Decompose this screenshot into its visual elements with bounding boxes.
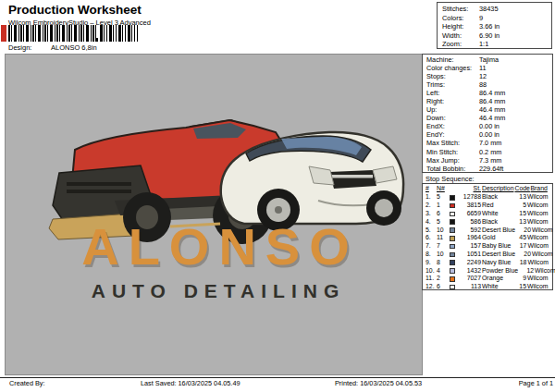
- stitch-count: 157: [459, 242, 481, 251]
- thread-code: 12: [519, 267, 534, 276]
- needle-number: 7: [437, 242, 449, 251]
- table-row: 3. 6 6659 White 15 Wilcom: [426, 210, 551, 218]
- machine-info-label: Min Stitch:: [426, 148, 479, 156]
- thread-description: Desert Blue: [482, 251, 515, 259]
- stop-sequence-table: # N# St. Description Code Brand 1. 5 127…: [422, 183, 553, 290]
- thread-code: 20: [516, 251, 531, 259]
- machine-info-row: EndY: 0.00 in: [426, 130, 552, 139]
- summary-label: Height:: [442, 22, 479, 31]
- stop-sequence-rows: 1. 5 12788 Black 13 Wilcom 2. 1 3815 Red…: [426, 193, 551, 291]
- thread-code: 15: [512, 210, 526, 218]
- col-code: Code: [514, 185, 529, 193]
- barcode-icon: [100, 25, 138, 42]
- summary-row: Width: 6.90 in: [442, 31, 551, 41]
- thread-color-swatch: [450, 212, 455, 217]
- table-row: 4. 5 586 Black 13 Wilcom: [426, 218, 551, 227]
- machine-info-row: Max Jump: 7.3 mm: [426, 156, 552, 165]
- col-num: #: [426, 185, 436, 193]
- thread-code: 5: [512, 202, 526, 210]
- summary-value: 1:1: [479, 40, 488, 49]
- stitch-count: 6659: [459, 210, 481, 218]
- table-row: 5. 10 592 Desert Blue 20 Wilcom: [426, 227, 551, 235]
- summary-row: Zoom: 1:1: [442, 40, 551, 49]
- machine-info-value: 88: [479, 80, 487, 89]
- thread-color-swatch: [450, 244, 455, 250]
- needle-number: 4: [437, 267, 449, 276]
- machine-info-row: Down: 46.4 mm: [426, 114, 552, 122]
- page-number: Page 1 of 1: [426, 379, 553, 387]
- machine-info-row: Right: 86.4 mm: [426, 97, 552, 105]
- table-row: 12. 6 113 White 15 Wilcom: [426, 283, 551, 291]
- stitch-count: 3815: [459, 202, 481, 210]
- thread-brand: Wilcom: [527, 210, 551, 218]
- machine-info-value: 11: [479, 64, 487, 72]
- needle-number: 1: [437, 202, 449, 210]
- thread-description: Powder Blue: [482, 267, 518, 276]
- stitch-count: 12788: [459, 193, 481, 202]
- thread-color-swatch: [450, 195, 455, 201]
- barcode-red-mark: [1, 25, 6, 42]
- machine-info-value: 86.4 mm: [479, 89, 505, 97]
- summary-label: Stitches:: [442, 5, 479, 14]
- thread-description: White: [482, 283, 511, 291]
- row-num: 11.: [426, 275, 436, 283]
- thread-color-swatch: [450, 252, 455, 258]
- machine-info-value: 0.00 in: [479, 122, 500, 130]
- table-row: 7. 7 157 Baby Blue 17 Wilcom: [426, 242, 551, 251]
- machine-info-value: 229.64ft: [479, 165, 503, 173]
- thread-brand: Wilcom: [527, 275, 551, 283]
- thread-brand: Wilcom: [527, 218, 551, 227]
- machine-info-row: Left: 86.4 mm: [426, 89, 552, 97]
- col-brand: Brand: [530, 185, 554, 193]
- machine-info-label: Machine:: [426, 55, 479, 64]
- thread-code: 13: [512, 218, 526, 227]
- needle-number: 5: [437, 193, 449, 202]
- machine-info-label: Color changes:: [426, 64, 479, 72]
- machine-info-label: Right:: [426, 97, 479, 105]
- row-num: 1.: [426, 193, 436, 202]
- summary-value: 38435: [479, 5, 499, 14]
- needle-number: 6: [437, 283, 449, 291]
- production-worksheet-page: Production Worksheet Wilcom EmbroiderySt…: [0, 0, 555, 392]
- table-row: 11. 2 7027 Orange 9 Wilcom: [426, 275, 551, 283]
- summary-label: Width:: [442, 31, 479, 41]
- machine-info-value: 86.4 mm: [479, 97, 505, 105]
- machine-info-label: Up:: [426, 105, 479, 114]
- thread-description: Navy Blue: [482, 259, 511, 267]
- design-label: Design:: [8, 43, 51, 52]
- machine-info-label: Total Bobbin:: [426, 165, 479, 173]
- machine-info-row: Min Stitch: 0.2 mm: [426, 148, 552, 156]
- thread-brand: Wilcom: [527, 283, 551, 291]
- stitch-count: 7027: [459, 275, 481, 283]
- stitch-count: 1051: [459, 251, 481, 259]
- thread-description: Gold: [482, 234, 511, 242]
- machine-info-value: 7.3 mm: [479, 156, 501, 165]
- machine-info-value: 0.2 mm: [479, 148, 501, 156]
- thread-brand: Wilcom: [532, 227, 555, 235]
- needle-number: 2: [437, 275, 449, 283]
- brand-text: ALONSO: [50, 222, 390, 273]
- thread-code: 18: [512, 259, 526, 267]
- machine-info-value: 0.00 in: [479, 130, 500, 139]
- col-stitches: St.: [459, 185, 481, 193]
- machine-info-row: Trims: 88: [426, 80, 552, 89]
- machine-info-row: EndX: 0.00 in: [426, 122, 552, 130]
- machine-info-value: 46.4 mm: [479, 114, 505, 122]
- machine-info-value: 46.4 mm: [479, 105, 505, 114]
- needle-number: 10: [437, 227, 449, 235]
- sub-text: AUTO DETAILING: [70, 281, 366, 300]
- summary-value: 3.66 in: [479, 22, 500, 31]
- thread-code: 13: [512, 193, 526, 202]
- row-num: 5.: [426, 227, 436, 235]
- thread-color-swatch: [450, 276, 455, 282]
- row-num: 4.: [426, 218, 436, 227]
- machine-info-row: Stops: 12: [426, 72, 552, 80]
- stitch-count: 1432: [459, 267, 481, 276]
- created-by-label: Created By:: [9, 379, 45, 387]
- machine-info-value: 12: [479, 72, 487, 80]
- stitch-count: 2249: [459, 259, 481, 267]
- machine-info-row: Machine: Tajima: [426, 55, 552, 64]
- thread-color-swatch: [450, 285, 455, 290]
- table-row: 6. 11 1964 Gold 45 Wilcom: [426, 234, 551, 242]
- table-row: 8. 10 1051 Desert Blue 20 Wilcom: [426, 251, 551, 259]
